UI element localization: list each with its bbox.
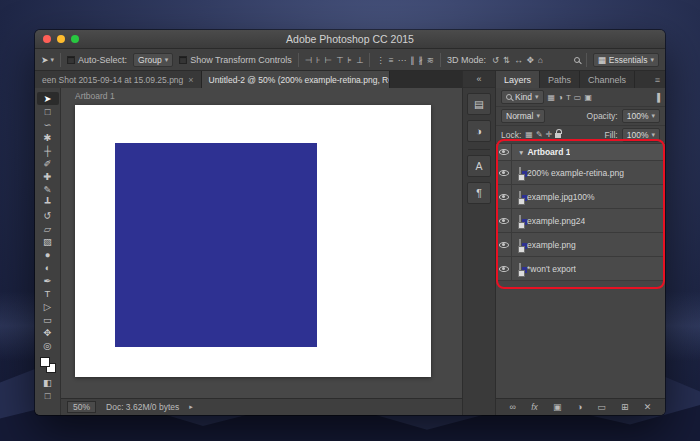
expand-panels-button[interactable]: « bbox=[463, 71, 495, 88]
foreground-background-swatches[interactable] bbox=[40, 357, 56, 373]
tab-channels[interactable]: Channels bbox=[580, 71, 635, 88]
align-center-h-icon[interactable]: ⊦ bbox=[316, 55, 320, 65]
artboard-group-row[interactable]: ▼ Artboard 1 bbox=[496, 144, 665, 161]
adjustments-panel-button[interactable]: ◑ bbox=[467, 120, 491, 142]
close-window-button[interactable] bbox=[43, 35, 51, 43]
layer-name[interactable]: example.png bbox=[527, 240, 576, 250]
layer-thumbnail[interactable] bbox=[519, 192, 521, 202]
canvas-area[interactable]: Artboard 1 bbox=[61, 88, 462, 398]
eraser-tool[interactable]: ▱ bbox=[37, 222, 59, 235]
new-layer-icon[interactable]: ⊞ bbox=[621, 402, 629, 412]
layer-visibility-toggle[interactable] bbox=[496, 257, 512, 280]
show-transform-controls-checkbox[interactable]: Show Transform Controls bbox=[179, 55, 292, 65]
tab-layers[interactable]: Layers bbox=[496, 71, 540, 88]
fill-field[interactable]: 100% ▾ bbox=[622, 128, 660, 142]
layer-group-icon[interactable]: ▭ bbox=[597, 402, 606, 412]
clone-stamp-tool[interactable]: ┻ bbox=[37, 196, 59, 209]
align-left-icon[interactable]: ⊣ bbox=[305, 55, 312, 65]
panel-menu-icon[interactable]: ≡ bbox=[650, 71, 665, 88]
layer-visibility-toggle[interactable] bbox=[496, 233, 512, 256]
pen-tool[interactable]: ✒ bbox=[37, 274, 59, 287]
layer-row[interactable]: 200% example-retina.png bbox=[496, 161, 665, 185]
layer-row[interactable]: example.png24 bbox=[496, 209, 665, 233]
filter-shape-layers-icon[interactable]: ▭ bbox=[574, 93, 582, 102]
path-selection-tool[interactable]: ▷ bbox=[37, 300, 59, 313]
move-tool[interactable]: ➤ bbox=[37, 92, 59, 105]
layer-name[interactable]: example.png24 bbox=[527, 216, 585, 226]
distribute-center-icon[interactable]: ∦ bbox=[419, 55, 423, 65]
distribute-bottom-icon[interactable]: ⋯ bbox=[398, 55, 407, 65]
artboard-label[interactable]: Artboard 1 bbox=[75, 91, 115, 101]
distribute-right-icon[interactable]: ≋ bbox=[427, 55, 434, 65]
layer-visibility-toggle[interactable] bbox=[496, 209, 512, 232]
layer-thumbnail[interactable] bbox=[519, 216, 521, 226]
align-right-icon[interactable]: ⊢ bbox=[325, 55, 332, 65]
window-titlebar[interactable]: Adobe Photoshop CC 2015 bbox=[35, 30, 665, 49]
character-panel-button[interactable]: A bbox=[467, 155, 491, 177]
screen-mode-button[interactable]: □ bbox=[37, 389, 59, 402]
marquee-tool[interactable]: □ bbox=[37, 105, 59, 118]
close-tab-icon[interactable]: × bbox=[188, 75, 193, 85]
artboard-group-name[interactable]: Artboard 1 bbox=[527, 147, 570, 157]
shape-tool[interactable]: ▭ bbox=[37, 313, 59, 326]
quick-selection-tool[interactable]: ✱ bbox=[37, 131, 59, 144]
brush-tool[interactable]: ✎ bbox=[37, 183, 59, 196]
search-icon[interactable] bbox=[574, 57, 580, 63]
gradient-tool[interactable]: ▧ bbox=[37, 235, 59, 248]
filter-toggle-icon[interactable]: ▐ bbox=[654, 93, 660, 102]
layer-row[interactable]: example.png bbox=[496, 233, 665, 257]
lasso-tool[interactable]: ∽ bbox=[37, 118, 59, 131]
layer-row[interactable]: example.jpg100% bbox=[496, 185, 665, 209]
filter-type-layers-icon[interactable]: T bbox=[566, 93, 571, 102]
document-tab-inactive[interactable]: een Shot 2015-09-14 at 15.09.25.png × bbox=[35, 71, 202, 88]
zoom-tool[interactable]: ◎ bbox=[37, 339, 59, 352]
libraries-panel-button[interactable]: ▤ bbox=[467, 93, 491, 115]
opacity-field[interactable]: 100% ▾ bbox=[622, 109, 660, 123]
artboard[interactable] bbox=[75, 105, 431, 377]
3d-rotate-icon[interactable]: ↺ bbox=[492, 55, 499, 65]
blend-mode-dropdown[interactable]: Normal ▾ bbox=[501, 109, 545, 123]
status-flyout-icon[interactable]: ▸ bbox=[189, 403, 193, 411]
layer-effects-icon[interactable]: fx bbox=[531, 402, 538, 412]
layer-thumbnail[interactable] bbox=[519, 264, 521, 274]
lock-pixels-icon[interactable]: ✎ bbox=[536, 130, 543, 139]
layer-thumbnail[interactable] bbox=[519, 240, 521, 250]
disclosure-triangle-icon[interactable]: ▼ bbox=[518, 149, 524, 156]
layer-visibility-toggle[interactable] bbox=[496, 161, 512, 184]
align-top-icon[interactable]: ⊤ bbox=[336, 55, 343, 65]
align-middle-v-icon[interactable]: ⊧ bbox=[347, 55, 351, 65]
adjustment-layer-icon[interactable]: ◑ bbox=[577, 402, 582, 412]
layer-name[interactable]: example.jpg100% bbox=[527, 192, 595, 202]
3d-roll-icon[interactable]: ⇅ bbox=[503, 55, 510, 65]
minimize-window-button[interactable] bbox=[57, 35, 65, 43]
fullscreen-window-button[interactable] bbox=[71, 35, 79, 43]
layer-visibility-toggle[interactable] bbox=[496, 185, 512, 208]
blue-rectangle-shape[interactable] bbox=[115, 143, 317, 347]
layer-visibility-toggle[interactable] bbox=[496, 144, 512, 160]
workspace-switcher[interactable]: ▦ Essentials ▾ bbox=[593, 53, 659, 67]
lock-transparency-icon[interactable]: ▦ bbox=[525, 130, 533, 139]
filter-adjustment-layers-icon[interactable]: ◑ bbox=[558, 93, 563, 102]
hand-tool[interactable]: ✥ bbox=[37, 326, 59, 339]
lock-position-icon[interactable]: ✛ bbox=[546, 130, 553, 139]
3d-scale-icon[interactable]: ⌂ bbox=[538, 55, 543, 65]
align-bottom-icon[interactable]: ⊥ bbox=[356, 55, 363, 65]
auto-select-checkbox[interactable]: Auto-Select: bbox=[67, 55, 127, 65]
layer-mask-icon[interactable]: ▣ bbox=[553, 402, 562, 412]
layer-thumbnail[interactable] bbox=[519, 168, 521, 178]
link-layers-icon[interactable]: ∞ bbox=[510, 402, 516, 412]
distribute-top-icon[interactable]: ⋮ bbox=[376, 55, 385, 65]
3d-slide-icon[interactable]: ✥ bbox=[527, 55, 534, 65]
healing-brush-tool[interactable]: ✚ bbox=[37, 170, 59, 183]
dodge-tool[interactable]: ◐ bbox=[37, 261, 59, 274]
type-tool[interactable]: T bbox=[37, 287, 59, 300]
layer-name[interactable]: 200% example-retina.png bbox=[527, 168, 624, 178]
eyedropper-tool[interactable]: ✐ bbox=[37, 157, 59, 170]
blur-tool[interactable]: ● bbox=[37, 248, 59, 261]
lock-all-icon[interactable] bbox=[555, 133, 561, 138]
history-brush-tool[interactable]: ↺ bbox=[37, 209, 59, 222]
document-tab-active[interactable]: Untitled-2 @ 50% (200% example-retina.pn… bbox=[202, 71, 390, 88]
filter-kind-dropdown[interactable]: Kind ▾ bbox=[501, 90, 544, 104]
foreground-color-swatch[interactable] bbox=[40, 357, 50, 367]
delete-layer-icon[interactable]: ✕ bbox=[644, 402, 652, 412]
